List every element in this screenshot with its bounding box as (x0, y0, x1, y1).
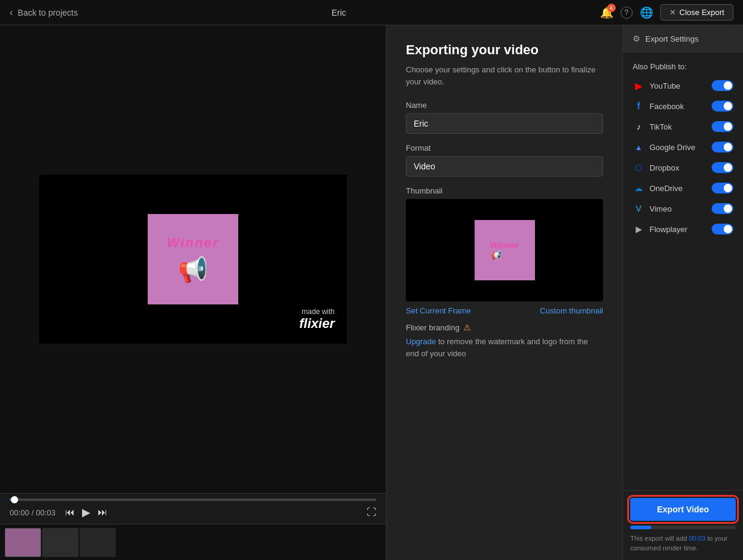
publish-item-onedrive: ☁ OneDrive (633, 182, 733, 194)
toggle-knob (724, 225, 732, 233)
vimeo-toggle[interactable] (712, 203, 733, 214)
megaphone-icon: 📢 (178, 256, 208, 284)
film-frame[interactable] (42, 528, 78, 557)
film-frame-content (42, 528, 78, 557)
flowplayer-label: Flowplayer (650, 225, 707, 234)
youtube-toggle[interactable] (712, 80, 733, 91)
onedrive-toggle[interactable] (712, 183, 733, 193)
branding-description: Upgrade to remove the watermark and logo… (406, 336, 603, 359)
branding-text: Flixier branding (406, 323, 460, 332)
video-panel: Winner 📢 made with flixier 00:00 (0, 25, 386, 560)
toggle-knob (724, 122, 732, 131)
x-icon: ✕ (669, 8, 676, 17)
time-total: 00:03 (36, 508, 55, 517)
video-canvas: Winner 📢 made with flixier (39, 175, 347, 344)
controls-row: 00:00 / 00:03 ⏮ ▶ ⏭ ⛶ (10, 506, 376, 519)
language-button[interactable]: 🌐 (640, 6, 653, 19)
watermark: made with flixier (299, 307, 335, 332)
filmstrip (0, 524, 386, 560)
notifications-button[interactable]: 🔔 4 (600, 6, 613, 19)
publish-item-dropbox: ⬡ Dropbox (633, 162, 733, 174)
flowplayer-icon: ▶ (633, 223, 645, 235)
back-to-projects[interactable]: ‹ Back to projects (10, 7, 78, 18)
toggle-knob (724, 102, 732, 110)
set-current-frame-button[interactable]: Set Current Frame (406, 306, 471, 315)
winner-box: Winner 📢 (148, 214, 238, 304)
notification-badge: 4 (607, 4, 616, 12)
publish-item-tiktok: ♪ TikTok (633, 121, 733, 133)
branding-section: Flixier branding ⚠ Upgrade to remove the… (406, 322, 603, 359)
export-note-prefix: This export will add (630, 535, 689, 542)
film-frame[interactable] (80, 528, 116, 557)
vimeo-icon: V (633, 203, 645, 215)
facebook-toggle[interactable] (712, 101, 733, 112)
help-icon: ? (621, 7, 633, 19)
play-button[interactable]: ▶ (82, 506, 90, 519)
forward-button[interactable]: ⏭ (98, 507, 107, 518)
branding-label: Flixier branding ⚠ (406, 322, 603, 332)
dropbox-toggle[interactable] (712, 162, 733, 173)
toggle-knob (724, 204, 732, 213)
dropbox-icon: ⬡ (633, 162, 645, 174)
help-button[interactable]: ? (621, 7, 633, 19)
back-arrow-icon: ‹ (10, 7, 13, 18)
export-subtitle: Choose your settings and click on the bu… (406, 64, 603, 87)
settings-panel: ⚙ Export Settings Also Publish to: ▶ You… (622, 25, 743, 560)
topbar-actions: 🔔 4 ? 🌐 ✕ Close Export (600, 4, 733, 20)
export-progress-fill (630, 526, 651, 529)
export-note: This export will add 00:03 to your consu… (630, 534, 736, 553)
custom-thumbnail-button[interactable]: Custom thumbnail (540, 306, 603, 315)
time-display: 00:00 / 00:03 (10, 508, 55, 517)
onedrive-icon: ☁ (633, 182, 645, 194)
project-name: Eric (332, 8, 346, 17)
thumbnail-actions: Set Current Frame Custom thumbnail (406, 306, 603, 315)
name-label: Name (406, 101, 603, 110)
watermark-flixier: flixier (299, 316, 335, 332)
thumbnail-preview: Winner📢 (406, 199, 603, 301)
export-video-button[interactable]: Export Video (630, 498, 736, 521)
export-title: Exporting your video (406, 42, 603, 58)
time-current: 00:00 (10, 508, 30, 517)
publish-item-vimeo: V Vimeo (633, 203, 733, 215)
rewind-button[interactable]: ⏮ (65, 507, 75, 518)
video-area: Winner 📢 made with flixier (0, 25, 386, 493)
format-label: Format (406, 143, 603, 153)
googledrive-toggle[interactable] (712, 142, 733, 153)
publish-item-googledrive: ▲ Google Drive (633, 141, 733, 153)
warning-icon: ⚠ (463, 322, 471, 332)
toggle-knob (724, 163, 732, 172)
format-input[interactable] (406, 156, 603, 177)
onedrive-label: OneDrive (650, 184, 707, 193)
export-btn-area: Export Video This export will add 00:03 … (623, 490, 743, 560)
progress-bar[interactable] (10, 499, 376, 501)
also-publish-section: Also Publish to: ▶ YouTube f Facebook ♪ … (623, 52, 743, 253)
youtube-label: YouTube (650, 81, 707, 90)
main-content: Winner 📢 made with flixier 00:00 (0, 25, 743, 560)
film-frame[interactable] (5, 528, 41, 557)
fullscreen-button[interactable]: ⛶ (367, 507, 376, 518)
watermark-made-with: made with (299, 307, 335, 316)
film-frame-content (80, 528, 116, 557)
publish-item-youtube: ▶ YouTube (633, 80, 733, 92)
facebook-icon: f (633, 100, 645, 112)
globe-icon: 🌐 (640, 7, 653, 19)
name-input[interactable] (406, 113, 603, 134)
tiktok-toggle[interactable] (712, 121, 733, 132)
settings-header-label: Export Settings (645, 34, 698, 43)
export-time: 00:03 (689, 535, 706, 542)
video-content: Winner 📢 made with flixier (39, 175, 347, 344)
thumbnail-section: Thumbnail Winner📢 Set Current Frame Cust… (406, 186, 603, 315)
publish-item-flowplayer: ▶ Flowplayer (633, 223, 733, 235)
close-export-button[interactable]: ✕ Close Export (660, 4, 733, 20)
tiktok-label: TikTok (650, 122, 707, 131)
thumbnail-winner-text: Winner📢 (490, 241, 519, 260)
flowplayer-toggle[interactable] (712, 224, 733, 234)
thumbnail-label: Thumbnail (406, 186, 603, 195)
export-progress-bar (630, 526, 736, 529)
tiktok-icon: ♪ (633, 121, 645, 133)
vimeo-label: Vimeo (650, 204, 707, 213)
upgrade-link[interactable]: Upgrade (406, 337, 436, 346)
facebook-label: Facebook (650, 102, 707, 111)
publish-item-facebook: f Facebook (633, 100, 733, 112)
toggle-knob (724, 81, 732, 90)
